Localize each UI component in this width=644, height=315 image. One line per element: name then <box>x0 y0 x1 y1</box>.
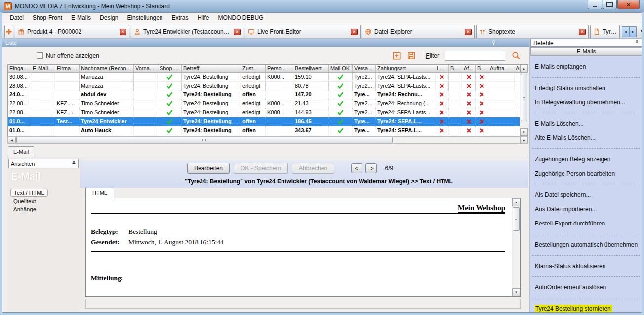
column-header-person[interactable]: Perso... <box>266 65 293 72</box>
command-zugehörigen-beleg-anzeigen[interactable]: Zugehörigen Beleg anzeigen <box>530 155 642 163</box>
table-horizontal-scrollbar[interactable]: ◀ ▶ <box>7 136 528 144</box>
tab-scroll-right-button[interactable]: ▶ <box>629 26 637 37</box>
menu-einstellungen[interactable]: Einstellungen <box>122 13 167 22</box>
document-tab-5[interactable]: Shoptexte× <box>476 25 589 38</box>
tab-close-icon[interactable]: × <box>465 29 472 35</box>
column-header-mailok[interactable]: Mail OK <box>329 65 353 72</box>
column-header-vorname[interactable]: Vorna... <box>134 65 158 72</box>
menu-extras[interactable]: Extras <box>167 13 193 22</box>
table-scrollbar-thumb[interactable] <box>521 74 527 121</box>
column-header-email[interactable]: E-Mail... <box>31 65 55 72</box>
email-subject-line: "Tyre24: Bestellung" von Tyre24 Entwickl… <box>80 174 528 186</box>
column-header-versand[interactable]: Versa... <box>353 65 376 72</box>
command-zugehörige-person-bearbeiten[interactable]: Zugehörige Person bearbeiten <box>530 170 642 178</box>
search-icon[interactable] <box>511 51 521 60</box>
cancel-button[interactable]: Abbrechen <box>292 163 334 174</box>
only-open-checkbox[interactable] <box>37 52 43 59</box>
check-icon <box>329 126 353 135</box>
minimize-button[interactable] <box>588 0 602 9</box>
table-row[interactable]: 24.0...abdul devTyre24: Bestellungoffen1… <box>8 90 528 99</box>
column-header-nachname[interactable]: Nachname (Rechn... <box>80 65 134 72</box>
table-row[interactable]: 01.0...Test...Tyre24 EntwicklerTyre24: B… <box>8 117 528 126</box>
tab-email[interactable]: E-Mail <box>8 146 34 157</box>
document-tab-3[interactable]: Live Front-Editor× <box>245 25 361 38</box>
column-header-zahlungsart[interactable]: Zahlungsart <box>376 65 435 72</box>
command-als-datei-speichern[interactable]: Als Datei speichern... <box>530 191 642 199</box>
commands-section-emails[interactable]: E-Mails <box>530 47 642 56</box>
app-logo-icon: M <box>4 2 12 10</box>
scroll-up-icon[interactable]: ▲ <box>512 198 520 206</box>
scroll-up-icon[interactable]: ▲ <box>520 65 528 73</box>
column-header-firma[interactable]: Firma ... <box>55 65 80 72</box>
column-header-bestellwert[interactable]: Bestellwert <box>293 65 329 72</box>
tab-scroll-left-button[interactable]: ◀ <box>622 26 629 37</box>
command-aus-datei-importieren[interactable]: Aus Datei importieren... <box>530 205 642 213</box>
view-item-text-html[interactable]: Text / HTML <box>10 189 48 197</box>
command-erledigt-status-umschalten[interactable]: Erledigt Status umschalten <box>530 84 642 92</box>
next-email-button[interactable]: -> <box>365 163 377 173</box>
document-tab-1[interactable]: Produkt 4 - P000002× <box>15 25 129 38</box>
table-row[interactable]: 22.08...KFZ ...Timo SchneiderTyre24: Bes… <box>8 108 528 117</box>
command-in-belegverwaltung-übernehmen[interactable]: In Belegverwaltung übernehmen... <box>530 98 642 106</box>
column-header-l[interactable]: L... <box>435 65 449 72</box>
command-e-mails-empfangen[interactable]: E-Mails empfangen <box>530 63 642 71</box>
command-alte-e-mails-löschen[interactable]: Alte E-Mails Löschen... <box>530 134 642 142</box>
command-bestellungen-automatisch-übernehmen[interactable]: Bestellungen automatisch übernehmen <box>530 241 642 249</box>
edit-button[interactable]: Bearbeiten <box>187 163 230 174</box>
new-tab-button[interactable] <box>4 25 13 38</box>
command-autoorder-erneut-auslösen[interactable]: AutoOrder erneut auslösen <box>530 283 642 291</box>
ok-save-button[interactable]: OK - Speichern <box>234 163 288 174</box>
pin-icon[interactable] <box>491 40 496 46</box>
table-row[interactable]: 01.0...Auto HauckTyre24: Bestellungoffen… <box>8 126 528 135</box>
document-tab-4[interactable]: Datei-Explorer× <box>362 25 475 38</box>
add-row-icon[interactable] <box>392 51 401 60</box>
command-klarna-status-aktualisieren[interactable]: Klarna-Status aktualisieren <box>530 262 642 270</box>
column-header-af[interactable]: Af... <box>462 65 476 72</box>
view-item-quelltext[interactable]: Quelltext <box>10 198 39 205</box>
tab-close-icon[interactable]: × <box>351 29 358 35</box>
column-header-eingang[interactable]: Einga... <box>8 65 31 72</box>
column-header-betreff[interactable]: Betreff <box>182 65 241 72</box>
menu-design[interactable]: Design <box>95 13 122 22</box>
document-tab-6[interactable]: Tyre2 <box>590 25 620 38</box>
scroll-down-icon[interactable]: ▼ <box>512 288 520 296</box>
table-row[interactable]: 30.08...MariuzzaTyre24: Bestellungerledi… <box>8 73 528 82</box>
maximize-button[interactable] <box>603 0 617 9</box>
column-header-auftrag[interactable]: Auftra... <box>488 65 514 72</box>
table-row[interactable]: 22.08...KFZ ...Timo SchneiderTyre24: Bes… <box>8 99 528 108</box>
command-e-mails-löschen[interactable]: E-Mails Löschen... <box>530 120 642 128</box>
table-hscrollbar-thumb[interactable] <box>16 137 393 143</box>
email-horizontal-scrollbar[interactable] <box>85 299 521 309</box>
menu-mondo-debug[interactable]: MONDO DEBUG <box>214 13 268 22</box>
scroll-down-icon[interactable]: ▼ <box>520 128 528 136</box>
table-row[interactable]: 28.08...MariuzzaTyre24: Bestellungerledi… <box>8 82 528 90</box>
tab-overflow-dropdown[interactable]: ▼ <box>637 29 642 33</box>
email-vertical-scrollbar[interactable]: ▲ ▼ <box>512 198 520 296</box>
command-bestell-export-durchführen[interactable]: Bestell-Export durchführen <box>530 220 642 227</box>
menu-shop-front[interactable]: Shop-Front <box>28 13 67 22</box>
scroll-right-icon[interactable]: ▶ <box>520 137 528 143</box>
email-scrollbar-thumb[interactable] <box>513 207 520 231</box>
column-header-zustand[interactable]: Zust... <box>241 65 266 72</box>
column-header-b1[interactable]: B... <box>449 65 462 72</box>
tab-close-icon[interactable]: × <box>120 29 126 35</box>
column-header-b2[interactable]: B... <box>476 65 488 72</box>
scroll-left-icon[interactable]: ◀ <box>8 137 16 143</box>
menu-hilfe[interactable]: Hilfe <box>193 13 214 22</box>
menu-e-mails[interactable]: E-Mails <box>67 13 95 22</box>
pin-icon[interactable] <box>72 161 76 167</box>
close-button[interactable]: × <box>617 0 640 9</box>
command-tyre24-bestellung-stornieren[interactable]: Tyre24 Bestellung stornieren <box>530 305 642 312</box>
filter-input[interactable] <box>445 51 505 61</box>
document-tab-2[interactable]: Tyre24 Entwickler (Testaccount von...× <box>131 25 243 38</box>
column-header-shop[interactable]: Shop-... <box>158 65 182 72</box>
tab-close-icon[interactable]: × <box>579 29 586 35</box>
table-vertical-scrollbar[interactable]: ▲ ▼ <box>520 65 528 136</box>
previous-email-button[interactable]: <- <box>351 163 362 173</box>
menu-datei[interactable]: Datei <box>5 13 28 22</box>
pin-icon[interactable] <box>635 40 639 46</box>
tab-html[interactable]: HTML <box>85 188 114 198</box>
tab-close-icon[interactable]: × <box>234 29 241 35</box>
save-icon[interactable] <box>407 51 416 60</box>
view-item-anh-nge[interactable]: Anhänge <box>10 206 39 213</box>
